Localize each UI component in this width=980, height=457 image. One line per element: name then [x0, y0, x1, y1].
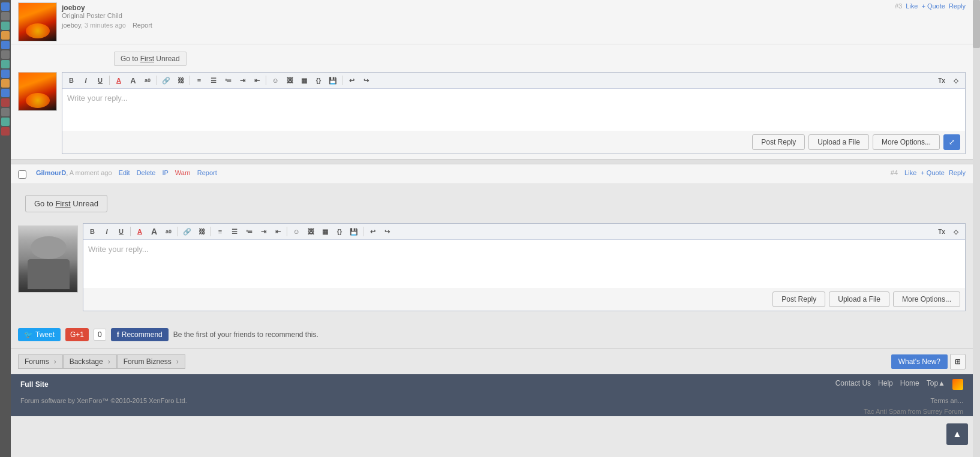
post4-delete-link[interactable]: Delete: [137, 169, 156, 176]
bottom-code-button[interactable]: {}: [333, 226, 346, 237]
top-outdent-button[interactable]: ⇤: [250, 74, 263, 86]
top-indent-button[interactable]: ⇥: [236, 74, 249, 86]
sidebar-item-13[interactable]: [1, 118, 10, 126]
bottom-media-button[interactable]: ▦: [318, 226, 332, 237]
bottom-emoji-button[interactable]: ☺: [290, 226, 303, 237]
sidebar-item-8[interactable]: [1, 70, 10, 78]
bottom-align-button[interactable]: ≡: [214, 226, 227, 237]
fb-recommend-button[interactable]: f Recommend: [111, 328, 169, 341]
sidebar-item-2[interactable]: [1, 12, 10, 20]
sidebar-item-9[interactable]: [1, 79, 10, 88]
top-font-color-button[interactable]: A: [112, 74, 125, 86]
top-clear-format-button[interactable]: Tx: [935, 74, 948, 86]
bottom-post-reply-button[interactable]: Post Reply: [772, 291, 825, 307]
top-image-button[interactable]: 🖼: [283, 74, 296, 86]
sidebar-item-3[interactable]: [1, 22, 10, 30]
breadcrumb-icon-button[interactable]: ⊞: [950, 354, 966, 369]
bottom-italic-button[interactable]: I: [100, 226, 113, 237]
bottom-source-button[interactable]: ◇: [949, 226, 963, 237]
bottom-indent-button[interactable]: ⇥: [257, 226, 270, 237]
post4-checkbox[interactable]: [18, 170, 26, 179]
bottom-clear-format-button[interactable]: Tx: [935, 226, 948, 237]
bottom-editor-body[interactable]: Write your reply...: [83, 240, 965, 288]
top-unlink-button[interactable]: ⛓: [174, 74, 187, 86]
sidebar-item-4[interactable]: [1, 31, 10, 40]
top-font-small-button[interactable]: a0: [141, 74, 154, 86]
top-more-options-button[interactable]: More Options...: [873, 134, 940, 150]
breadcrumb-forums[interactable]: Forums: [18, 354, 63, 369]
top-reply-editor[interactable]: B I U A A a0 🔗 ⛓ ≡ ☰ ≔ ⇥: [62, 72, 966, 154]
top-italic-button[interactable]: I: [79, 74, 92, 86]
bottom-reply-editor[interactable]: B I U A A a0 🔗 ⛓ ≡ ☰ ≔ ⇥ ⇤: [83, 223, 966, 311]
post4-reply-link[interactable]: Reply: [949, 169, 966, 176]
bottom-bold-button[interactable]: B: [86, 226, 99, 237]
post4-username[interactable]: GilmourD: [36, 169, 66, 176]
right-scrollbar[interactable]: [973, 0, 980, 457]
post3-like-link[interactable]: Like: [906, 2, 918, 10]
sidebar-item-5[interactable]: [1, 41, 10, 49]
go-to-first-unread-large-button[interactable]: Go to First Unread: [25, 195, 107, 212]
top-ul-button[interactable]: ☰: [207, 74, 220, 86]
top-code-button[interactable]: {}: [312, 74, 325, 86]
top-bold-button[interactable]: B: [65, 74, 78, 86]
post4-quote-link[interactable]: + Quote: [921, 169, 944, 176]
top-post-reply-button[interactable]: Post Reply: [752, 134, 805, 150]
bottom-ol-button[interactable]: ≔: [242, 226, 255, 237]
sidebar-item-14[interactable]: [1, 127, 10, 136]
footer-help-link[interactable]: Help: [878, 379, 893, 390]
bottom-font-color-button[interactable]: A: [133, 226, 146, 237]
breadcrumb-forum-bizness[interactable]: Forum Bizness: [117, 354, 185, 369]
footer-home-link[interactable]: Home: [900, 379, 919, 390]
bottom-more-options-button[interactable]: More Options...: [893, 291, 960, 307]
bottom-upload-button[interactable]: Upload a File: [829, 291, 889, 307]
bottom-image-button[interactable]: 🖼: [304, 226, 317, 237]
top-ol-button[interactable]: ≔: [221, 74, 235, 86]
sidebar-item-6[interactable]: [1, 50, 10, 59]
top-underline-button[interactable]: U: [94, 74, 107, 86]
top-link-button[interactable]: 🔗: [160, 74, 173, 86]
go-to-first-unread-small-button[interactable]: Go to First Unread: [114, 52, 187, 66]
tweet-button[interactable]: 🐦 Tweet: [18, 328, 61, 341]
top-media-button[interactable]: ▦: [297, 74, 311, 86]
sidebar-item-10[interactable]: [1, 89, 10, 97]
post4-warn-link[interactable]: Warn: [175, 169, 191, 176]
post4-report-link[interactable]: Report: [197, 169, 217, 176]
bottom-ul-button[interactable]: ☰: [228, 226, 241, 237]
top-redo-button[interactable]: ↪: [359, 74, 372, 86]
scroll-to-top-button[interactable]: ▲: [946, 423, 968, 445]
top-save-button[interactable]: 💾: [326, 74, 339, 86]
post3-quote-link[interactable]: + Quote: [921, 2, 945, 10]
bottom-redo-button[interactable]: ↪: [380, 226, 393, 237]
bottom-font-large-button[interactable]: A: [148, 226, 161, 237]
post4-like-link[interactable]: Like: [904, 169, 916, 176]
bottom-outdent-button[interactable]: ⇤: [271, 226, 284, 237]
bottom-font-small-button[interactable]: a0: [162, 226, 175, 237]
bottom-save-button[interactable]: 💾: [347, 226, 360, 237]
post4-ip-link[interactable]: IP: [163, 169, 169, 176]
whats-new-button[interactable]: What's New?: [891, 354, 948, 369]
bottom-unlink-button[interactable]: ⛓: [195, 226, 208, 237]
bottom-link-button[interactable]: 🔗: [181, 226, 194, 237]
bottom-underline-button[interactable]: U: [115, 226, 128, 237]
top-font-large-button[interactable]: A: [127, 74, 140, 86]
top-upload-button[interactable]: Upload a File: [808, 134, 869, 150]
top-undo-button[interactable]: ↩: [345, 74, 358, 86]
expand-btn[interactable]: ⤢: [943, 134, 960, 150]
post3-report-link[interactable]: Report: [133, 22, 152, 29]
top-emoji-button[interactable]: ☺: [269, 74, 282, 86]
gplus-button[interactable]: G+1: [65, 328, 89, 341]
breadcrumb-backstage[interactable]: Backstage: [63, 354, 117, 369]
bottom-undo-button[interactable]: ↩: [366, 226, 379, 237]
scroll-thumb[interactable]: [973, 0, 980, 48]
post4-edit-link[interactable]: Edit: [119, 169, 130, 176]
post3-reply-link[interactable]: Reply: [949, 2, 966, 10]
top-align-button[interactable]: ≡: [193, 74, 206, 86]
sidebar-item-1[interactable]: [1, 2, 10, 11]
footer-top-link[interactable]: Top▲: [927, 379, 945, 390]
footer-contact-link[interactable]: Contact Us: [835, 379, 871, 390]
top-editor-body[interactable]: Write your reply...: [62, 89, 965, 131]
sidebar-item-7[interactable]: [1, 60, 10, 68]
top-source-button[interactable]: ◇: [949, 74, 963, 86]
sidebar-item-11[interactable]: [1, 98, 10, 107]
sidebar-item-12[interactable]: [1, 108, 10, 116]
